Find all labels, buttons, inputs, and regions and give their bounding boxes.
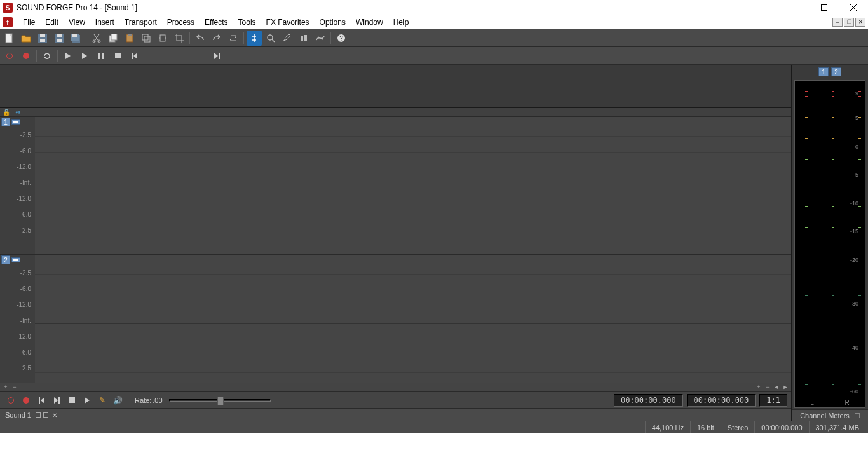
- rate-slider[interactable]: [169, 399, 271, 402]
- svg-rect-1: [822, 5, 827, 11]
- meter-tab-2[interactable]: 2: [831, 67, 841, 76]
- menu-tools[interactable]: Tools: [233, 17, 261, 28]
- status-bit-depth[interactable]: 16 bit: [690, 421, 721, 433]
- menu-help[interactable]: Help: [388, 17, 414, 28]
- svg-point-24: [318, 36, 320, 38]
- menu-insert[interactable]: Insert: [90, 17, 119, 28]
- zoom-plus-h-icon[interactable]: +: [756, 384, 762, 390]
- record-arm-button[interactable]: [2, 48, 17, 64]
- magnify-tool-icon[interactable]: [263, 31, 278, 46]
- mini-record-button[interactable]: [20, 394, 32, 407]
- pencil-tool-icon[interactable]: [280, 31, 295, 46]
- copy-icon[interactable]: [105, 31, 121, 46]
- menu-transport[interactable]: Transport: [119, 17, 162, 28]
- tab-float-icon[interactable]: [43, 412, 48, 418]
- cut-icon[interactable]: [89, 31, 104, 46]
- channel-1-badge[interactable]: 1: [1, 118, 10, 126]
- channel-1-wave[interactable]: [35, 117, 791, 255]
- tab-close-icon[interactable]: ✕: [52, 412, 57, 419]
- envelope-tool-icon[interactable]: [313, 31, 328, 46]
- channel-2-badge[interactable]: 2: [1, 255, 10, 264]
- scroll-left-icon[interactable]: ◄: [773, 384, 780, 390]
- mini-go-start-button[interactable]: [35, 394, 48, 407]
- crop-icon[interactable]: [172, 31, 187, 46]
- meter-undock-icon[interactable]: [855, 413, 860, 418]
- menu-options[interactable]: Options: [315, 17, 351, 28]
- menu-effects[interactable]: Effects: [200, 17, 233, 28]
- mini-stop-button[interactable]: [65, 394, 78, 407]
- svg-rect-4: [40, 34, 45, 37]
- channel-2-wave[interactable]: [35, 255, 791, 383]
- trim-icon[interactable]: [155, 31, 170, 46]
- mdi-close-button[interactable]: ✕: [855, 18, 865, 27]
- save-as-icon[interactable]: [51, 31, 67, 46]
- document-tab[interactable]: Sound 1 ✕: [5, 411, 57, 419]
- mdi-minimize-button[interactable]: –: [832, 18, 843, 27]
- zoom-minus-v-icon[interactable]: −: [11, 384, 18, 390]
- undo-icon[interactable]: [193, 31, 208, 46]
- status-sample-rate[interactable]: 44,100 Hz: [645, 421, 690, 433]
- title-bar: S SOUND FORGE Pro 14 - [Sound 1]: [0, 0, 868, 15]
- menu-view[interactable]: View: [64, 17, 90, 28]
- help-tool-icon[interactable]: ?: [334, 31, 349, 46]
- play-button[interactable]: [77, 48, 92, 64]
- cursor-icon[interactable]: ⇔: [15, 109, 20, 116]
- menu-edit[interactable]: Edit: [40, 17, 64, 28]
- channel-1-minimize[interactable]: [11, 119, 20, 125]
- tab-window-icon[interactable]: [36, 412, 41, 418]
- new-file-icon[interactable]: [2, 31, 17, 46]
- status-channels[interactable]: Stereo: [721, 421, 754, 433]
- edit-tool-icon[interactable]: [247, 31, 262, 46]
- overview-strip[interactable]: [0, 65, 791, 108]
- window-minimize-button[interactable]: [780, 0, 810, 15]
- record-button[interactable]: [18, 48, 34, 64]
- menu-process[interactable]: Process: [162, 17, 200, 28]
- zoom-ratio-display[interactable]: 1:1: [759, 394, 787, 407]
- play-all-button[interactable]: [60, 48, 76, 64]
- mini-play-button[interactable]: [81, 394, 93, 407]
- menu-fx-favorites[interactable]: FX Favorites: [261, 17, 315, 28]
- stop-button[interactable]: [110, 48, 125, 64]
- window-maximize-button[interactable]: [810, 0, 839, 15]
- meter-display[interactable]: 950-5-10-15-20-30-40-60 L R: [794, 80, 865, 408]
- meter-tab-1[interactable]: 1: [818, 67, 829, 76]
- mini-scrub-button[interactable]: ✎: [96, 394, 109, 407]
- paste-icon[interactable]: [122, 31, 137, 46]
- status-free-space[interactable]: 301,371.4 MB: [809, 421, 866, 433]
- svg-rect-19: [144, 36, 150, 42]
- mini-go-end-button[interactable]: [50, 394, 63, 407]
- menu-file[interactable]: File: [18, 17, 40, 28]
- mix-icon[interactable]: [139, 31, 154, 46]
- scroll-right-icon[interactable]: ►: [782, 384, 789, 390]
- forward-button[interactable]: [193, 48, 208, 64]
- rewind-button[interactable]: [143, 48, 158, 64]
- channel-2-minimize[interactable]: [11, 257, 20, 262]
- mini-preview-button[interactable]: 🔊: [111, 394, 124, 407]
- zoom-minus-h-icon[interactable]: −: [764, 384, 771, 390]
- cursor-time-display[interactable]: 00:00:00.000: [614, 394, 683, 407]
- repeat-icon[interactable]: [226, 31, 241, 46]
- pause-button[interactable]: [93, 48, 109, 64]
- window-close-button[interactable]: [839, 0, 868, 15]
- waveform-canvas[interactable]: [35, 117, 791, 383]
- redo-icon[interactable]: [209, 31, 224, 46]
- zoom-plus-v-icon[interactable]: +: [3, 384, 9, 390]
- mini-record-arm-button[interactable]: [4, 394, 17, 407]
- selection-time-display[interactable]: 00:00:00.000: [687, 394, 756, 407]
- go-start-button[interactable]: [126, 48, 142, 64]
- save-icon[interactable]: [35, 31, 50, 46]
- menu-window[interactable]: Window: [351, 17, 388, 28]
- status-length[interactable]: 00:00:00.000: [754, 421, 808, 433]
- rate-slider-thumb[interactable]: [217, 397, 224, 405]
- rate-value: .00: [153, 397, 162, 404]
- app-icon: S: [3, 3, 13, 13]
- loop-button[interactable]: [39, 48, 55, 64]
- step-back-button[interactable]: [159, 48, 175, 64]
- go-end-button[interactable]: [209, 48, 224, 64]
- open-file-icon[interactable]: [18, 31, 34, 46]
- lock-icon[interactable]: 🔒: [3, 109, 10, 116]
- step-fwd-button[interactable]: [176, 48, 191, 64]
- event-tool-icon[interactable]: [296, 31, 311, 46]
- mdi-restore-button[interactable]: ❐: [844, 18, 854, 27]
- save-all-icon[interactable]: [68, 31, 83, 46]
